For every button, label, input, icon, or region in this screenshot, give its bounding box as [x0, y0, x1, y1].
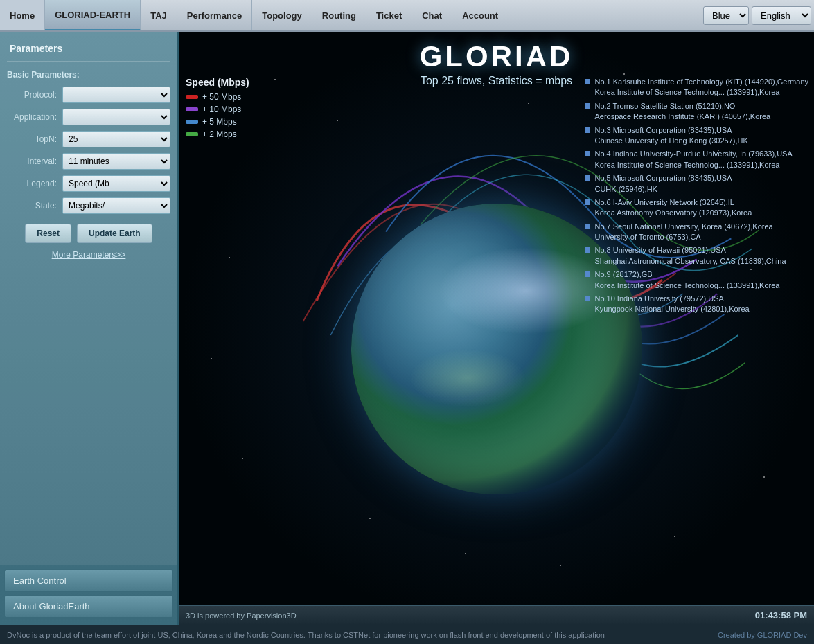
theme-select[interactable]: Blue Dark — [703, 6, 749, 25]
tab-gloriad-earth[interactable]: GLORIAD-EARTH — [45, 0, 141, 30]
flow-text-5: No.5 Microsoft Corporation (83435),USACU… — [594, 173, 732, 195]
protocol-label: Protocol: — [7, 90, 62, 100]
footer-author: Created by GLORIAD Dev — [718, 631, 807, 639]
flow-dot-9 — [585, 271, 590, 277]
reset-button[interactable]: Reset — [25, 224, 71, 243]
protocol-row: Protocol: TCPUDP — [7, 87, 170, 103]
flow-item-2: No.2 Tromso Satellite Station (51210),NO… — [585, 101, 808, 123]
tab-performance[interactable]: Performance — [177, 0, 252, 30]
flow-dot-1 — [585, 79, 590, 84]
flow-text-3: No.3 Microsoft Corporation (83435),USACh… — [594, 125, 747, 147]
legend-select[interactable]: Speed (MbBytes — [62, 175, 170, 192]
clock-display: 01:43:58 PM — [755, 610, 807, 620]
state-label: State: — [7, 201, 62, 211]
flow-text-1: No.1 Karlsruhe Institute of Technology (… — [594, 77, 808, 98]
tab-topology[interactable]: Topology — [252, 0, 312, 30]
flow-dot-5 — [585, 175, 590, 181]
flow-list: No.1 Karlsruhe Institute of Technology (… — [585, 77, 808, 318]
tab-chat[interactable]: Chat — [412, 0, 452, 30]
action-buttons: Reset Update Earth — [7, 224, 170, 243]
interval-select[interactable]: 11 minutes1 hour1 day — [62, 153, 170, 170]
flow-item-10: No.10 Indiana University (79572),USAKyun… — [585, 294, 808, 315]
flow-item-6: No.6 I-Aviv University Network (32645),I… — [585, 197, 808, 219]
content-bottom-bar: 3D is powered by Papervision3D 01:43:58 … — [179, 605, 814, 625]
application-label: Application: — [7, 112, 62, 122]
tab-ticket[interactable]: Ticket — [366, 0, 412, 30]
footer-credits: DvNoc is a product of the team effort of… — [7, 631, 718, 639]
language-select[interactable]: English Korean Chinese — [752, 6, 811, 25]
flow-text-9: No.9 (28172),GBKorea Institute of Scienc… — [594, 269, 779, 291]
flow-item-7: No.7 Seoul National University, Korea (4… — [585, 222, 808, 243]
flow-text-2: No.2 Tromso Satellite Station (51210),NO… — [594, 101, 770, 123]
state-row: State: Megabits/Bytes — [7, 197, 170, 214]
application-select[interactable] — [62, 109, 170, 125]
flow-item-9: No.9 (28172),GBKorea Institute of Scienc… — [585, 269, 808, 291]
powered-by-text: 3D is powered by Papervision3D — [186, 611, 755, 620]
topn-select[interactable]: 251050 — [62, 131, 170, 147]
sidebar: Parameters Basic Parameters: Protocol: T… — [0, 32, 179, 625]
flow-text-6: No.6 I-Aviv University Network (32645),I… — [594, 197, 752, 219]
flow-text-7: No.7 Seoul National University, Korea (4… — [594, 222, 772, 243]
flow-item-5: No.5 Microsoft Corporation (83435),USACU… — [585, 173, 808, 195]
interval-row: Interval: 11 minutes1 hour1 day — [7, 153, 170, 170]
protocol-select[interactable]: TCPUDP — [62, 87, 170, 103]
topn-row: TopN: 251050 — [7, 131, 170, 147]
flow-item-4: No.4 Indiana University-Purdue Universit… — [585, 149, 808, 170]
tab-taj[interactable]: TAJ — [141, 0, 177, 30]
topn-label: TopN: — [7, 134, 62, 144]
flow-dot-2 — [585, 103, 590, 109]
globe-view: GLORIAD Top 25 flows, Statistics = mbps … — [179, 32, 814, 625]
parameters-panel: Parameters Basic Parameters: Protocol: T… — [0, 32, 177, 565]
legend-label: Legend: — [7, 179, 62, 188]
flow-dot-6 — [585, 199, 590, 205]
flow-dot-3 — [585, 127, 590, 133]
footer-bar: DvNoc is a product of the team effort of… — [0, 625, 814, 644]
flow-dot-7 — [585, 224, 590, 229]
flow-item-1: No.1 Karlsruhe Institute of Technology (… — [585, 77, 808, 98]
main-layout: Parameters Basic Parameters: Protocol: T… — [0, 32, 814, 625]
tab-home[interactable]: Home — [0, 0, 45, 30]
flow-text-10: No.10 Indiana University (79572),USAKyun… — [594, 294, 749, 315]
update-earth-button[interactable]: Update Earth — [77, 224, 152, 243]
flow-item-3: No.3 Microsoft Corporation (83435),USACh… — [585, 125, 808, 147]
flow-text-4: No.4 Indiana University-Purdue Universit… — [594, 149, 792, 170]
flow-dot-8 — [585, 247, 590, 253]
application-row: Application: — [7, 109, 170, 125]
flow-item-8: No.8 University of Hawaii (95021),USASha… — [585, 245, 808, 267]
top-navigation: Home GLORIAD-EARTH TAJ Performance Topol… — [0, 0, 814, 32]
sidebar-bottom: Earth Control About GloriadEarth — [0, 565, 177, 625]
earth-control-button[interactable]: Earth Control — [4, 569, 173, 592]
tab-routing[interactable]: Routing — [312, 0, 366, 30]
legend-row: Legend: Speed (MbBytes — [7, 175, 170, 192]
flow-dot-4 — [585, 151, 590, 156]
about-gloriad-button[interactable]: About GloriadEarth — [4, 595, 173, 618]
panel-title: Parameters — [7, 39, 170, 62]
tab-account[interactable]: Account — [452, 0, 508, 30]
basic-params-title: Basic Parameters: — [7, 70, 170, 80]
more-params-link[interactable]: More Parameters>> — [7, 243, 170, 267]
flow-dot-10 — [585, 296, 590, 301]
flow-text-8: No.8 University of Hawaii (95021),USASha… — [594, 245, 786, 267]
interval-label: Interval: — [7, 156, 62, 166]
state-select[interactable]: Megabits/Bytes — [62, 197, 170, 214]
